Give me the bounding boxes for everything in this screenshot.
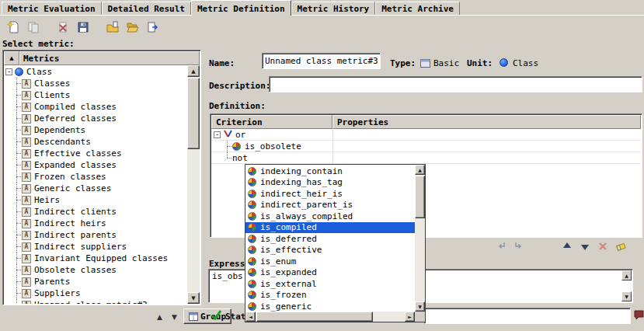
scroll-up-icon[interactable]: ▲: [621, 270, 632, 280]
criterion-row-is-obsolete[interactable]: is_obsolete: [211, 141, 641, 152]
dropdown-horizontal-scrollbar[interactable]: ◄ ►: [245, 312, 415, 322]
tree-item[interactable]: A Unnamed class metric#3: [4, 299, 187, 304]
metric-move-up-button[interactable]: ▲: [153, 311, 166, 323]
tree-item[interactable]: A Indirect parents: [4, 229, 187, 241]
tree-item[interactable]: A Expanded classes: [4, 159, 187, 171]
criterion-icon: [248, 200, 256, 209]
dropdown-item[interactable]: is_always_compiled: [245, 211, 415, 222]
save-metric-button[interactable]: [73, 18, 93, 37]
tab[interactable]: Detailed Result: [102, 2, 191, 15]
move-out-button[interactable]: [493, 239, 509, 254]
copy-metric-button[interactable]: [23, 18, 44, 37]
properties-column-header[interactable]: Properties: [332, 115, 641, 129]
collapse-icon[interactable]: -: [214, 131, 221, 138]
criterion-icon: [248, 257, 256, 266]
tree-item[interactable]: A Obsolete classes: [4, 264, 187, 276]
tree-item[interactable]: A Indirect suppliers: [4, 241, 187, 253]
tab[interactable]: Metric Evaluation: [2, 2, 102, 15]
criterion-icon: [248, 223, 256, 232]
tree-item-label: Unnamed class metric#3: [34, 300, 148, 304]
new-metric-button[interactable]: [3, 18, 23, 37]
tree-item[interactable]: A Suppliers: [4, 287, 187, 299]
tab[interactable]: Metric Archive: [375, 2, 460, 15]
erase-criterion-button[interactable]: [613, 239, 628, 254]
status-input[interactable]: [424, 308, 631, 324]
tree-item-class[interactable]: - Class: [4, 66, 187, 78]
dropdown-item[interactable]: is_frozen: [245, 290, 415, 301]
tree-item-label: Descendants: [34, 137, 91, 147]
tree-item[interactable]: A Parents: [4, 276, 187, 287]
scroll-up-icon[interactable]: ▲: [187, 65, 200, 77]
tree-item[interactable]: A Classes: [4, 78, 187, 89]
tree-item[interactable]: A Effective classes: [4, 148, 187, 159]
tree-item[interactable]: A Frozen classes: [4, 171, 187, 183]
sort-button[interactable]: ▲: [4, 51, 19, 65]
open-archive-button[interactable]: [123, 18, 143, 37]
dropdown-item[interactable]: indirect_parent_is: [245, 200, 415, 211]
tab[interactable]: Metric History: [291, 2, 376, 15]
dropdown-item[interactable]: indirect_heir_is: [245, 188, 415, 200]
criterion-row-or[interactable]: - or: [211, 129, 641, 141]
description-input[interactable]: [269, 76, 642, 92]
tree-scrollbar[interactable]: ▲ ▼: [187, 65, 200, 304]
metric-move-down-button[interactable]: ▼: [168, 311, 181, 323]
tree-item[interactable]: A Generic classes: [4, 183, 187, 194]
export-metric-button[interactable]: [143, 18, 163, 37]
tree-item[interactable]: A Descendants: [4, 136, 187, 148]
basic-type-icon: [420, 59, 430, 70]
dropdown-hscrollbar-thumb[interactable]: [256, 312, 373, 322]
tree-item[interactable]: A Dependents: [4, 124, 187, 136]
tree-scrollbar-thumb[interactable]: [187, 78, 200, 149]
criterion-rows: - or is_obsolete not: [211, 129, 641, 164]
tree-item[interactable]: A Deferred classes: [4, 113, 187, 124]
dropdown-item[interactable]: indexing_contain: [245, 166, 415, 177]
dropdown-item-label: indirect_heir_is: [260, 189, 343, 199]
tree-item-label: Parents: [34, 277, 70, 287]
scroll-up-icon[interactable]: ▲: [415, 165, 425, 175]
dropdown-scrollbar-thumb[interactable]: [415, 176, 425, 218]
metric-tree: - Class A Classes A Clients A: [4, 65, 187, 304]
tree-item-label: Indirect parents: [34, 230, 117, 240]
collapse-icon[interactable]: -: [5, 68, 12, 75]
scroll-down-icon[interactable]: ▼: [187, 292, 200, 304]
tree-item[interactable]: A Invariant Equipped classes: [4, 253, 187, 264]
delete-criterion-button[interactable]: [595, 239, 611, 254]
dropdown-item[interactable]: is_expanded: [245, 267, 415, 279]
tree-item[interactable]: A Clients: [4, 89, 187, 101]
dropdown-item[interactable]: indexing_has_tag: [245, 177, 415, 189]
scroll-left-icon[interactable]: ◄: [245, 312, 256, 322]
dropdown-item[interactable]: is_effective: [245, 245, 415, 256]
tree-connector: [12, 206, 22, 218]
copy-metric-icon: [27, 21, 40, 33]
unit-class-icon: [500, 58, 508, 67]
criterion-column-header[interactable]: Criterion: [211, 115, 332, 129]
criterion-icon: [248, 268, 256, 277]
expression-text: is_obs: [212, 271, 243, 281]
move-down-button[interactable]: [577, 239, 593, 254]
tab[interactable]: Metric Definition: [191, 0, 291, 16]
dropdown-item[interactable]: is_compiled: [245, 222, 415, 234]
name-input[interactable]: [262, 53, 381, 69]
metric-icon: A: [22, 161, 31, 170]
dropdown-item[interactable]: is_deferred: [245, 233, 415, 245]
tree-item[interactable]: A Indirect heirs: [4, 218, 187, 229]
criterion-row-not[interactable]: not: [211, 152, 641, 164]
move-in-button[interactable]: [511, 239, 527, 254]
comment-icon[interactable]: [634, 310, 644, 322]
dropdown-item[interactable]: is_generic: [245, 301, 415, 312]
tree-connector: [12, 229, 22, 241]
dropdown-item[interactable]: is_enum: [245, 256, 415, 267]
group-toggle-button[interactable]: Group: [183, 308, 231, 324]
dropdown-item[interactable]: is_external: [245, 278, 415, 290]
move-up-button[interactable]: [559, 239, 575, 254]
dropdown-vertical-scrollbar[interactable]: ▲ ▼: [415, 165, 425, 312]
delete-metric-button[interactable]: [53, 18, 73, 37]
name-label: Name:: [209, 58, 235, 68]
tree-item[interactable]: A Heirs: [4, 194, 187, 206]
scroll-right-icon[interactable]: ►: [405, 312, 415, 322]
tree-item[interactable]: A Compiled classes: [4, 101, 187, 113]
tree-item[interactable]: A Indirect clients: [4, 206, 187, 218]
scroll-down-icon[interactable]: ▼: [621, 291, 632, 301]
new-archive-button[interactable]: [103, 18, 123, 37]
scroll-down-icon[interactable]: ▼: [415, 301, 425, 312]
